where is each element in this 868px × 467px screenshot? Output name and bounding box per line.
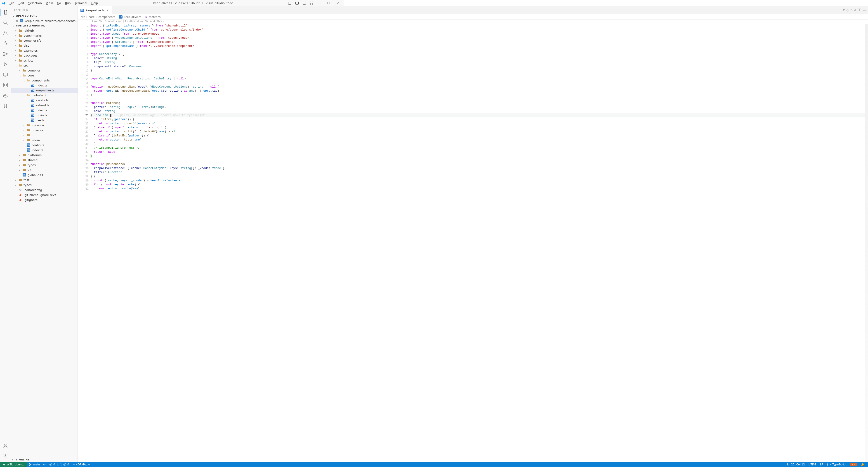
- folder-scripts[interactable]: ›scripts: [11, 58, 78, 63]
- file-global-d-ts[interactable]: TSglobal.d.ts: [11, 172, 78, 177]
- activity-remote-icon[interactable]: [0, 70, 11, 79]
- code-line[interactable]: [90, 72, 344, 77]
- menu-edit[interactable]: Edit: [17, 1, 26, 5]
- open-editors-header[interactable]: ⌄ OPEN EDITORS: [11, 13, 78, 18]
- close-icon[interactable]: ×: [106, 8, 109, 12]
- folder--github[interactable]: ›.github: [11, 28, 78, 33]
- folder-dist[interactable]: ›dist: [11, 43, 78, 48]
- code-line[interactable]: pattern: string | RegExp | Array<string>…: [90, 105, 344, 109]
- menu-view[interactable]: View: [44, 1, 55, 5]
- file-index-ts[interactable]: TSindex.ts: [11, 83, 78, 88]
- panel-more-icon[interactable]: ⋯: [72, 8, 74, 11]
- close-icon[interactable]: ×: [16, 19, 18, 23]
- code-line[interactable]: [90, 158, 344, 162]
- window-maximize-button[interactable]: [324, 0, 333, 6]
- code-line[interactable]: import type { VNodeComponentOptions } fr…: [90, 36, 344, 40]
- code-line[interactable]: return opts && (getComponentName(opts.Ct…: [90, 89, 344, 93]
- file-use-ts[interactable]: TSuse.ts: [11, 118, 78, 123]
- file-config-ts[interactable]: TSconfig.ts: [11, 143, 78, 148]
- code-line[interactable]: import { getComponentName } from '../vdo…: [90, 44, 344, 48]
- code-line[interactable]: [90, 81, 344, 85]
- code-line[interactable]: /* istanbul ignore next */: [90, 146, 344, 150]
- folder-benchmarks[interactable]: ›benchmarks: [11, 33, 78, 38]
- code-line[interactable]: function pruneCache(: [90, 162, 344, 166]
- folder-examples[interactable]: ›examples: [11, 48, 78, 53]
- code-line[interactable]: [90, 97, 344, 101]
- code-line[interactable]: const { cache, keys, _vnode } = keepAliv…: [90, 178, 344, 183]
- folder-types[interactable]: ›types: [11, 163, 78, 168]
- activity-docker-icon[interactable]: [0, 91, 11, 100]
- code-line[interactable]: keepAliveInstance: { cache: CacheEntryMa…: [90, 166, 344, 170]
- menu-help[interactable]: Help: [90, 1, 100, 5]
- activity-debug-icon[interactable]: [0, 60, 11, 69]
- code-line[interactable]: componentInstance?: Component: [90, 64, 344, 68]
- folder-test[interactable]: ›test: [11, 177, 78, 182]
- code-line[interactable]: [90, 48, 344, 52]
- code-line[interactable]: return pattern.split(',').indexOf(name) …: [90, 129, 344, 134]
- folder-v3[interactable]: ›v3: [11, 168, 78, 172]
- file-index-ts[interactable]: TSindex.ts: [11, 148, 78, 152]
- code-line[interactable]: ): boolean pikax, 20 months ago • chore:…: [90, 113, 344, 117]
- folder-src[interactable]: ⌄src: [11, 63, 78, 68]
- folder-global-api[interactable]: ⌄global-api: [11, 93, 78, 98]
- code-line[interactable]: ) {: [90, 174, 344, 178]
- folder-compiler-sfc[interactable]: ›compiler-sfc: [11, 38, 78, 43]
- layout-toggle-left-icon[interactable]: [287, 0, 293, 6]
- folder-shared[interactable]: ›shared: [11, 157, 78, 163]
- folder-instance[interactable]: ›instance: [11, 123, 78, 127]
- tab-keep-alive[interactable]: TS keep-alive.ts ×: [78, 6, 112, 14]
- code-line[interactable]: return pattern.test(name): [90, 138, 344, 142]
- activity-bookmarks-icon[interactable]: [0, 101, 11, 110]
- breadcrumb-item[interactable]: keep-alive.ts: [124, 16, 141, 19]
- folder-vdom[interactable]: ›vdom: [11, 138, 78, 143]
- workspace-header[interactable]: ⌄ VUE [WSL: UBUNTU]: [11, 23, 78, 28]
- file-keep-alive-ts[interactable]: TSkeep-alive.ts: [11, 88, 78, 93]
- folder-util[interactable]: ›util: [11, 133, 78, 138]
- open-editor-item[interactable]: × TS keep-alive.ts src/core/components: [11, 18, 78, 23]
- code-line[interactable]: } else if (isRegExp(pattern)) {: [90, 134, 344, 138]
- layout-customize-icon[interactable]: [308, 0, 315, 6]
- activity-test-icon[interactable]: [0, 29, 11, 37]
- code-line[interactable]: import { isRegExp, isArray, remove } fro…: [90, 24, 344, 28]
- menu-file[interactable]: File: [8, 1, 16, 5]
- folder-platforms[interactable]: ›platforms: [11, 152, 78, 157]
- code-line[interactable]: import type { Component } from 'types/co…: [90, 40, 344, 44]
- code-line[interactable]: tag?: string: [90, 60, 344, 64]
- code-line[interactable]: return false: [90, 150, 344, 154]
- menu-terminal[interactable]: Terminal: [73, 1, 89, 5]
- code-line[interactable]: }: [90, 68, 344, 72]
- folder-observer[interactable]: ›observer: [11, 127, 78, 133]
- activity-scm-icon[interactable]: [0, 49, 11, 58]
- activity-liveshare-icon[interactable]: [0, 39, 11, 48]
- folder-compiler[interactable]: ›compiler: [11, 68, 78, 73]
- menu-run[interactable]: Run: [63, 1, 72, 5]
- menu-go[interactable]: Go: [55, 1, 63, 5]
- menu-selection[interactable]: Selection: [26, 1, 43, 5]
- file-index-ts[interactable]: TSindex.ts: [11, 108, 78, 113]
- breadcrumb-item[interactable]: matches: [149, 16, 161, 19]
- breadcrumb-item[interactable]: components: [98, 16, 115, 19]
- breadcrumb-item[interactable]: core: [89, 16, 94, 19]
- code-line[interactable]: function _getComponentName(opts?: VNodeC…: [90, 85, 344, 89]
- layout-toggle-right-icon[interactable]: [301, 0, 307, 6]
- code-line[interactable]: } else if (typeof pattern === 'string') …: [90, 125, 344, 129]
- code-line[interactable]: }: [90, 93, 344, 97]
- window-minimize-button[interactable]: [315, 0, 324, 6]
- layout-toggle-bottom-icon[interactable]: [294, 0, 300, 6]
- folder-components[interactable]: ⌄components: [11, 78, 78, 83]
- file-mixin-ts[interactable]: TSmixin.ts: [11, 113, 78, 118]
- code-line[interactable]: function matches(: [90, 101, 344, 105]
- breadcrumb-item[interactable]: src: [81, 16, 85, 19]
- code-line[interactable]: name: string: [90, 109, 344, 113]
- code-line[interactable]: for (const key in cache) {: [90, 183, 344, 185]
- folder-core[interactable]: ⌄core: [11, 73, 78, 78]
- folder-types[interactable]: ›types: [11, 182, 78, 185]
- breadcrumbs[interactable]: src› core› components› TS keep-alive.ts›…: [78, 14, 344, 20]
- file-assets-ts[interactable]: TSassets.ts: [11, 98, 78, 103]
- code-line[interactable]: }: [90, 142, 344, 146]
- code-editor[interactable]: 1234567891011121314151617181920212223242…: [78, 24, 344, 185]
- code-line[interactable]: if (isArray(pattern)) {: [90, 117, 344, 121]
- code-line[interactable]: type CacheEntry = {: [90, 52, 344, 56]
- code-line[interactable]: return pattern.indexOf(name) > -1: [90, 121, 344, 125]
- folder-packages[interactable]: ›packages: [11, 53, 78, 58]
